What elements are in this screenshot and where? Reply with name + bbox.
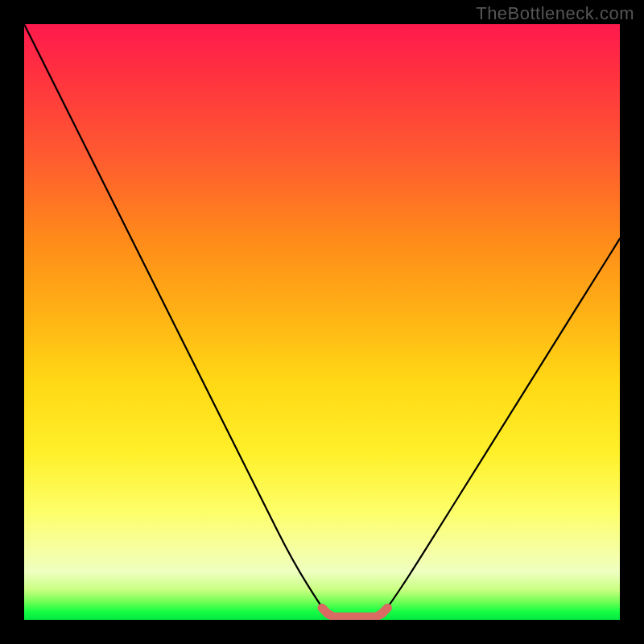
bottleneck-highlight bbox=[322, 608, 387, 617]
plot-area bbox=[24, 24, 620, 620]
watermark-text: TheBottleneck.com bbox=[476, 3, 634, 24]
chart-frame: TheBottleneck.com bbox=[0, 0, 644, 644]
curve-svg bbox=[24, 24, 620, 620]
bottleneck-curve bbox=[24, 24, 620, 617]
